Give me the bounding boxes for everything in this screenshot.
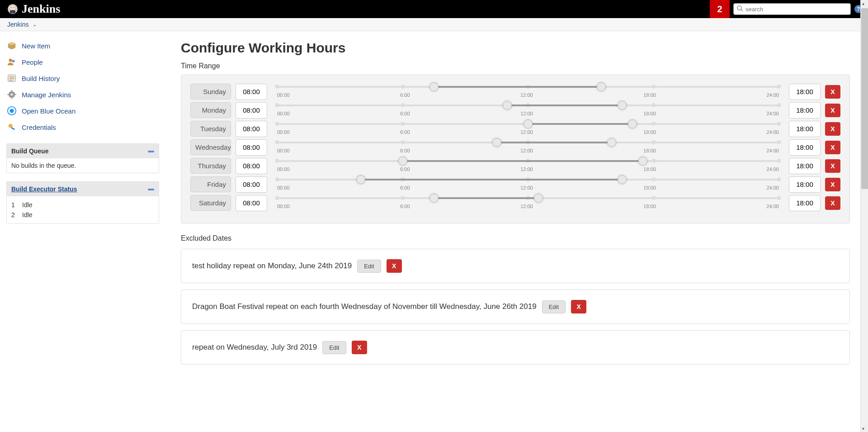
build-queue-panel: Build Queue No builds in the queue.: [6, 143, 159, 173]
day-label: Thursday: [190, 158, 231, 174]
edit-button[interactable]: Edit: [357, 260, 381, 273]
search-input[interactable]: [745, 6, 848, 13]
sidebar-item[interactable]: People: [6, 54, 159, 70]
time-slider[interactable]: 00:006:0012:0018:0024:00: [272, 101, 784, 119]
slider-handle-start[interactable]: [503, 101, 512, 110]
slider-tick-label: 18:00: [643, 129, 656, 135]
scroll-up-icon[interactable]: ▴: [862, 1, 864, 6]
scroll-thumb[interactable]: [861, 8, 868, 189]
sidebar-item-label[interactable]: New Item: [22, 42, 50, 50]
start-time-input[interactable]: [236, 102, 267, 119]
collapse-icon[interactable]: [148, 185, 154, 193]
sidebar-item-label[interactable]: Manage Jenkins: [22, 91, 71, 99]
slider-tick-label: 00:00: [277, 185, 290, 190]
svg-rect-20: [148, 151, 154, 152]
slider-tick-label: 12:00: [520, 166, 533, 172]
slider-tick-label: 00:00: [277, 148, 290, 153]
search-icon: [736, 5, 744, 14]
delete-button[interactable]: X: [571, 300, 586, 313]
end-time-input[interactable]: [789, 195, 821, 211]
svg-point-1: [10, 5, 15, 10]
end-time-input[interactable]: [789, 176, 821, 193]
sidebar-item-label[interactable]: Credentials: [22, 123, 56, 131]
slider-tick-label: 00:00: [277, 111, 290, 116]
time-slider[interactable]: 00:006:0012:0018:0024:00: [272, 83, 784, 101]
sidebar-item[interactable]: New Item: [6, 38, 159, 54]
day-label: Friday: [190, 176, 231, 192]
executor-title[interactable]: Build Executor Status: [11, 185, 77, 193]
svg-point-4: [14, 7, 14, 8]
delete-button[interactable]: X: [825, 159, 840, 173]
end-time-input[interactable]: [789, 102, 821, 119]
delete-button[interactable]: X: [825, 196, 840, 210]
executor-row: 2Idle: [11, 210, 154, 220]
time-slider[interactable]: 00:006:0012:0018:0024:00: [272, 194, 784, 212]
delete-button[interactable]: X: [825, 85, 840, 99]
slider-handle-end[interactable]: [597, 82, 606, 91]
slider-handle-start[interactable]: [398, 157, 407, 166]
edit-button[interactable]: Edit: [542, 300, 566, 313]
start-time-input[interactable]: [236, 195, 267, 211]
delete-button[interactable]: X: [352, 341, 367, 354]
end-time-input[interactable]: [789, 139, 821, 156]
notification-badge[interactable]: 2: [710, 0, 730, 18]
brand-area[interactable]: Jenkins: [7, 2, 60, 16]
slider-tick-label: 6:00: [400, 185, 410, 190]
svg-point-17: [9, 109, 14, 113]
slider-handle-start[interactable]: [524, 119, 533, 128]
delete-button[interactable]: X: [825, 141, 840, 154]
slider-handle-end[interactable]: [607, 138, 616, 147]
time-slider[interactable]: 00:006:0012:0018:0024:00: [272, 157, 784, 175]
start-time-input[interactable]: [236, 139, 267, 156]
slider-handle-start[interactable]: [492, 138, 501, 147]
time-slider[interactable]: 00:006:0012:0018:0024:00: [272, 138, 784, 157]
slider-handle-end[interactable]: [638, 157, 647, 166]
time-slider[interactable]: 00:006:0012:0018:0024:00: [272, 120, 784, 138]
day-label: Tuesday: [190, 121, 231, 137]
svg-rect-14: [7, 94, 9, 95]
breadcrumb-root[interactable]: Jenkins: [7, 21, 28, 28]
breadcrumb-separator-icon: ▸: [34, 23, 36, 28]
sidebar-item-label[interactable]: People: [22, 58, 43, 66]
end-time-input[interactable]: [789, 84, 821, 100]
scrollbar[interactable]: ▴ ▾: [860, 0, 868, 383]
excluded-text: test holiday repeat on Monday, June 24th…: [192, 261, 352, 271]
sidebar-item-label[interactable]: Build History: [22, 75, 60, 82]
slider-tick-label: 12:00: [520, 129, 533, 135]
sidebar-item[interactable]: Manage Jenkins: [6, 86, 159, 103]
delete-button[interactable]: X: [825, 104, 840, 117]
start-time-input[interactable]: [236, 121, 267, 137]
slider-handle-end[interactable]: [618, 175, 627, 184]
slider-handle-end[interactable]: [618, 101, 627, 110]
start-time-input[interactable]: [236, 84, 267, 100]
search-box[interactable]: [733, 3, 851, 15]
slider-handle-start[interactable]: [356, 175, 365, 184]
slider-handle-end[interactable]: [534, 194, 543, 203]
slider-handle-start[interactable]: [429, 194, 439, 203]
executor-header[interactable]: Build Executor Status: [7, 182, 159, 196]
delete-button[interactable]: X: [825, 178, 840, 191]
delete-button[interactable]: X: [387, 259, 402, 273]
slider-tick-label: 24:00: [766, 148, 779, 153]
end-time-input[interactable]: [789, 121, 821, 137]
build-queue-header[interactable]: Build Queue: [7, 144, 159, 158]
executor-state: Idle: [22, 211, 33, 218]
edit-button[interactable]: Edit: [322, 341, 346, 354]
slider-tick-label: 24:00: [766, 92, 779, 98]
start-time-input[interactable]: [236, 158, 267, 174]
time-slider[interactable]: 00:006:0012:0018:0024:00: [272, 176, 784, 194]
slider-tick-label: 12:00: [520, 148, 533, 153]
end-time-input[interactable]: [789, 158, 821, 174]
sidebar-item[interactable]: Credentials: [6, 119, 159, 135]
collapse-icon[interactable]: [148, 147, 154, 155]
slider-tick-label: 12:00: [520, 185, 533, 190]
start-time-input[interactable]: [236, 176, 267, 193]
excluded-section: Excluded Dates test holiday repeat on Mo…: [181, 234, 850, 365]
sidebar-item-label[interactable]: Open Blue Ocean: [22, 107, 75, 115]
slider-handle-start[interactable]: [429, 82, 439, 91]
sidebar-item[interactable]: Open Blue Ocean: [6, 103, 159, 119]
delete-button[interactable]: X: [825, 122, 840, 136]
history-icon: [6, 73, 17, 84]
sidebar-item[interactable]: Build History: [6, 70, 159, 86]
slider-handle-end[interactable]: [628, 119, 637, 128]
